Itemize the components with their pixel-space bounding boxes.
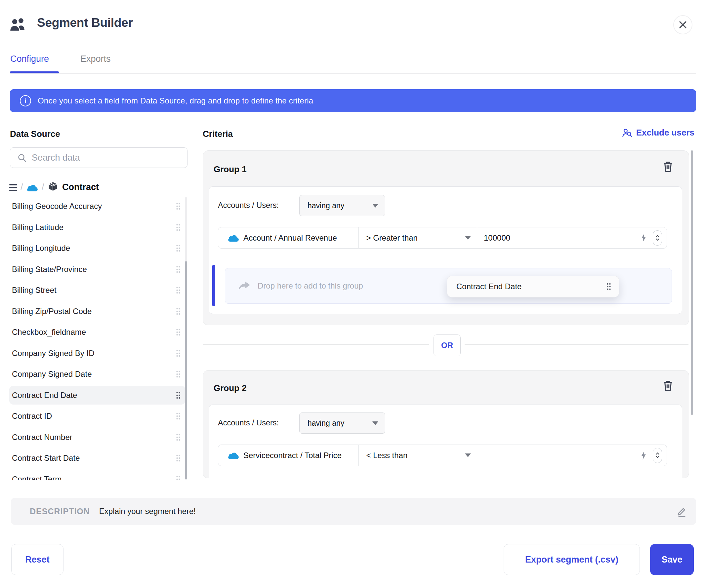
tab-exports[interactable]: Exports bbox=[80, 54, 111, 64]
accounts-users-label: Accounts / Users: bbox=[218, 418, 279, 427]
data-source-title: Data Source bbox=[10, 129, 60, 139]
chevron-down-icon bbox=[372, 421, 378, 425]
or-divider-line bbox=[465, 344, 689, 344]
drag-handle-icon[interactable] bbox=[176, 224, 181, 231]
field-row[interactable]: Billing Street bbox=[9, 281, 185, 299]
condition-row: Account / Annual Revenue > Greater than bbox=[218, 227, 667, 249]
field-row[interactable]: Contract Term bbox=[9, 470, 185, 480]
condition-value bbox=[477, 445, 667, 466]
description-label: DESCRIPTION bbox=[30, 507, 90, 516]
dropzone-accent-bar bbox=[212, 265, 215, 306]
group-1-body: Accounts / Users: having any Account / A… bbox=[209, 186, 682, 314]
breadcrumb-object: Contract bbox=[62, 182, 99, 193]
save-button[interactable]: Save bbox=[650, 544, 694, 575]
lightning-icon bbox=[641, 234, 646, 242]
operator-select[interactable]: < Less than bbox=[359, 445, 477, 466]
drag-handle-icon[interactable] bbox=[176, 350, 181, 357]
drag-handle-icon[interactable] bbox=[176, 287, 181, 294]
field-row[interactable]: Contract Number bbox=[9, 428, 185, 447]
drag-handle-icon[interactable] bbox=[176, 392, 181, 399]
drag-handle-icon[interactable] bbox=[176, 476, 181, 480]
search-box bbox=[10, 148, 188, 168]
condition-field[interactable]: Account / Annual Revenue bbox=[218, 227, 358, 248]
value-stepper[interactable] bbox=[653, 230, 662, 246]
object-cube-icon bbox=[48, 182, 57, 191]
drag-handle-icon[interactable] bbox=[176, 308, 181, 315]
value-input[interactable] bbox=[483, 233, 641, 243]
field-list: Billing Geocode Accuracy Billing Latitud… bbox=[0, 192, 198, 480]
field-row[interactable]: Billing Zip/Postal Code bbox=[9, 302, 185, 321]
chevron-down-icon bbox=[465, 236, 471, 240]
drag-handle-icon[interactable] bbox=[176, 329, 181, 336]
operator-select[interactable]: > Greater than bbox=[359, 227, 477, 248]
drag-handle-icon[interactable] bbox=[176, 455, 181, 462]
info-banner-text: Once you select a field from Data Source… bbox=[38, 96, 313, 106]
description-text: Explain your segment here! bbox=[99, 507, 196, 516]
scope-select[interactable]: having any bbox=[299, 195, 385, 216]
breadcrumb-separator: / bbox=[42, 182, 44, 193]
close-icon bbox=[679, 21, 687, 29]
condition-value bbox=[477, 227, 667, 248]
value-stepper[interactable] bbox=[653, 448, 662, 463]
field-row[interactable]: Billing Latitude bbox=[9, 218, 185, 237]
segment-builder-modal: Segment Builder Configure Exports i Once… bbox=[0, 0, 706, 588]
join-operator-button[interactable]: OR bbox=[434, 335, 461, 356]
field-row[interactable]: Billing Geocode Accuracy bbox=[9, 197, 185, 215]
condition-row: Servicecontract / Total Price < Less tha… bbox=[218, 445, 667, 466]
page-title: Segment Builder bbox=[37, 16, 133, 30]
field-row[interactable]: Checkbox_fieldname bbox=[9, 323, 185, 341]
data-source-menu-icon[interactable] bbox=[9, 184, 17, 191]
criteria-title: Criteria bbox=[203, 129, 233, 139]
delete-group-icon[interactable] bbox=[663, 380, 673, 393]
chevron-down-icon bbox=[465, 454, 471, 457]
criteria-group-1: Group 1 Accounts / Users: having any Acc… bbox=[203, 151, 689, 325]
field-row[interactable]: Company Signed By ID bbox=[9, 344, 185, 363]
field-row[interactable]: Billing State/Province bbox=[9, 260, 185, 279]
people-icon bbox=[9, 17, 27, 32]
description-bar: DESCRIPTION Explain your segment here! bbox=[11, 498, 696, 525]
search-icon bbox=[17, 153, 27, 162]
reset-button[interactable]: Reset bbox=[11, 544, 64, 575]
lightning-icon bbox=[641, 451, 646, 460]
delete-group-icon[interactable] bbox=[663, 161, 673, 173]
search-input[interactable] bbox=[31, 152, 187, 163]
dragging-chip[interactable]: Contract End Date bbox=[447, 276, 619, 297]
drag-handle-icon[interactable] bbox=[176, 434, 181, 441]
scope-select[interactable]: having any bbox=[299, 413, 385, 434]
info-banner: i Once you select a field from Data Sour… bbox=[10, 89, 696, 112]
drag-handle-icon[interactable] bbox=[176, 413, 181, 420]
value-input[interactable] bbox=[483, 451, 641, 460]
data-source-scrollbar-thumb[interactable] bbox=[185, 261, 187, 479]
exclude-users-link[interactable]: Exclude users bbox=[622, 128, 695, 138]
export-segment-button[interactable]: Export segment (.csv) bbox=[504, 544, 640, 575]
drag-handle-icon[interactable] bbox=[176, 371, 181, 378]
field-row[interactable]: Company Signed Date bbox=[9, 365, 185, 383]
drag-handle-icon[interactable] bbox=[606, 283, 611, 290]
accounts-users-label: Accounts / Users: bbox=[218, 201, 279, 210]
drag-handle-icon[interactable] bbox=[176, 203, 181, 210]
salesforce-icon bbox=[228, 452, 239, 459]
close-button[interactable] bbox=[673, 15, 693, 34]
criteria-scrollbar-thumb[interactable] bbox=[691, 151, 693, 415]
group-1-name: Group 1 bbox=[213, 164, 247, 174]
pencil-icon bbox=[677, 506, 687, 517]
criteria-group-2: Group 2 Accounts / Users: having any Ser… bbox=[203, 370, 689, 478]
field-row[interactable]: Contract Start Date bbox=[9, 449, 185, 467]
drag-handle-icon[interactable] bbox=[176, 245, 181, 252]
user-search-icon bbox=[622, 128, 632, 138]
tab-configure[interactable]: Configure bbox=[10, 54, 49, 64]
field-row-selected[interactable]: Contract End Date bbox=[9, 386, 185, 405]
group-2-body: Accounts / Users: having any Servicecont… bbox=[209, 405, 682, 478]
info-icon: i bbox=[20, 95, 31, 107]
chevron-down-icon bbox=[372, 204, 378, 208]
breadcrumb-separator: / bbox=[21, 182, 23, 193]
field-row[interactable]: Contract ID bbox=[9, 407, 185, 425]
field-row[interactable]: Billing Longitude bbox=[9, 239, 185, 257]
salesforce-icon[interactable] bbox=[27, 184, 38, 192]
drag-handle-icon[interactable] bbox=[176, 266, 181, 273]
edit-description-button[interactable] bbox=[677, 506, 687, 517]
condition-field[interactable]: Servicecontract / Total Price bbox=[218, 445, 358, 466]
tabs-divider bbox=[10, 73, 696, 74]
or-divider-line bbox=[203, 344, 429, 344]
drop-arrow-icon bbox=[238, 281, 250, 291]
